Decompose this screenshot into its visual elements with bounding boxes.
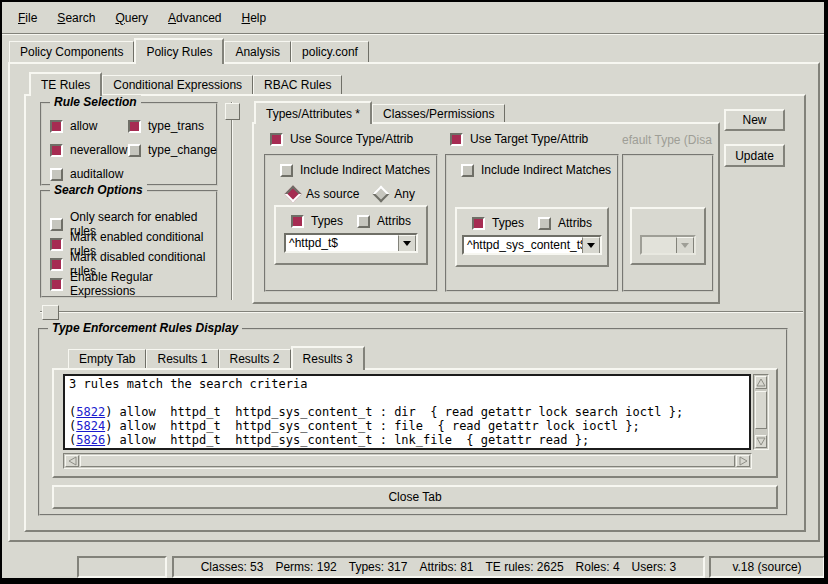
radio-icon — [373, 186, 390, 203]
horizontal-sash-line — [40, 311, 803, 313]
tab-rbac-rules[interactable]: RBAC Rules — [253, 75, 342, 94]
new-button[interactable]: New — [724, 109, 785, 131]
menu-file[interactable]: File — [8, 8, 47, 28]
use-target-checkbox[interactable]: Use Target Type/Attrib — [450, 132, 588, 146]
scroll-down-icon[interactable] — [755, 435, 767, 448]
source-indirect-label: Include Indirect Matches — [300, 163, 430, 177]
search-options-list: Only search for enabled rulesMark enable… — [50, 214, 216, 294]
checkbox-icon — [50, 238, 63, 251]
checkbox-label: type_trans — [148, 119, 204, 133]
source-types-box: Types Attribs ^httpd_t$ — [274, 205, 428, 265]
menu-advanced[interactable]: Advanced — [158, 8, 231, 28]
use-source-checkbox[interactable]: Use Source Type/Attrib — [270, 132, 413, 146]
rule-line: (5826) allow httpd_t httpd_sys_content_t… — [69, 433, 745, 447]
target-types-attribs-row: Types Attribs — [472, 216, 592, 230]
horizontal-scrollbar[interactable] — [63, 453, 752, 469]
tab-results-1[interactable]: Results 1 — [146, 349, 218, 368]
results-tab-bar: Empty TabResults 1Results 2Results 3 — [68, 349, 365, 368]
menu-query[interactable]: Query — [105, 8, 158, 28]
scroll-right-icon[interactable] — [736, 455, 750, 467]
tab-classes-permissions[interactable]: Classes/Permissions — [372, 104, 505, 122]
checkbox-label: type_change — [148, 143, 217, 157]
rule-link-5826[interactable]: 5826 — [76, 433, 105, 447]
source-indirect-checkbox[interactable]: Include Indirect Matches — [280, 163, 430, 177]
checkbox-type-trans[interactable]: type_trans — [128, 119, 217, 133]
scroll-left-icon[interactable] — [65, 455, 79, 467]
source-type-combobox[interactable]: ^httpd_t$ — [284, 233, 418, 253]
tab-results-2[interactable]: Results 2 — [219, 349, 291, 368]
tab-policy-rules[interactable]: Policy Rules — [134, 38, 224, 64]
radio-any[interactable]: Any — [375, 187, 415, 201]
radio-as-source-label: As source — [306, 187, 359, 201]
checkbox-label: neverallow — [70, 143, 127, 157]
checkbox-icon — [128, 144, 141, 157]
update-button[interactable]: Update — [724, 144, 785, 167]
source-radio-group: As source Any — [266, 187, 436, 201]
scroll-up-icon[interactable] — [755, 376, 767, 389]
radio-as-source[interactable]: As source — [287, 187, 359, 201]
search-options-frame: Search Options Only search for enabled r… — [40, 190, 218, 298]
status-box-version: v.18 (source) — [709, 556, 824, 578]
menu-search[interactable]: Search — [47, 8, 105, 28]
chevron-down-icon — [681, 243, 689, 248]
target-types-checkbox[interactable]: Types — [472, 216, 524, 230]
vertical-sash-line — [231, 102, 233, 300]
checkbox-neverallow[interactable]: neverallow — [50, 143, 128, 157]
stat-attribs: Attribs: 81 — [419, 560, 473, 574]
stat-users: Users: 3 — [632, 560, 677, 574]
rules-tab-bar: TE RulesConditional ExpressionsRBAC Rule… — [29, 75, 342, 94]
checkbox-enable-regular-expressions[interactable]: Enable Regular Expressions — [50, 270, 216, 298]
source-types-checkbox[interactable]: Types — [291, 214, 343, 228]
blank-line — [69, 391, 745, 405]
tab-te-rules[interactable]: TE Rules — [29, 72, 102, 96]
tab-policy-conf[interactable]: policy.conf — [291, 41, 369, 62]
target-combo-arrow-button[interactable] — [582, 237, 600, 253]
source-type-value[interactable]: ^httpd_t$ — [286, 235, 398, 251]
horizontal-scroll-thumb[interactable] — [80, 455, 735, 467]
stat-te-rules: TE rules: 2625 — [486, 560, 564, 574]
use-source-label: Use Source Type/Attrib — [290, 132, 413, 146]
rule-link-5824[interactable]: 5824 — [76, 419, 105, 433]
main-tab-bar: Policy ComponentsPolicy RulesAnalysispol… — [9, 41, 369, 62]
tab-policy-components[interactable]: Policy Components — [9, 41, 134, 62]
menu-separator — [2, 33, 824, 35]
default-type-box — [630, 207, 706, 265]
rule-link-5822[interactable]: 5822 — [76, 405, 105, 419]
checkbox-icon — [357, 215, 370, 228]
source-combo-arrow-button[interactable] — [398, 235, 416, 251]
source-attribs-checkbox[interactable]: Attribs — [357, 214, 411, 228]
default-type-label: efault Type (Disa — [622, 133, 715, 147]
vertical-scrollbar[interactable] — [753, 374, 769, 450]
tab-analysis[interactable]: Analysis — [224, 41, 291, 62]
horizontal-sash-grip[interactable] — [42, 305, 59, 320]
mnemonic-letter: H — [241, 11, 250, 25]
checkbox-icon — [450, 133, 463, 146]
target-attribs-label: Attribs — [558, 216, 592, 230]
checkbox-icon — [472, 217, 485, 230]
stat-types: Types: 317 — [349, 560, 408, 574]
stat-classes: Classes: 53 — [201, 560, 264, 574]
results-header: 3 rules match the search criteria — [69, 377, 745, 391]
tab-results-3[interactable]: Results 3 — [291, 346, 365, 370]
tab-conditional-expressions[interactable]: Conditional Expressions — [102, 75, 253, 94]
menu-help[interactable]: Help — [231, 8, 276, 28]
default-type-frame — [622, 154, 714, 292]
target-frame: Include Indirect Matches Types Attribs ^… — [445, 154, 619, 292]
checkbox-allow[interactable]: allow — [50, 119, 128, 133]
tab-empty-tab[interactable]: Empty Tab — [68, 349, 146, 368]
results-text-area[interactable]: 3 rules match the search criteria (5822)… — [63, 374, 751, 450]
checkbox-type-change[interactable]: type_change — [128, 143, 217, 157]
checkbox-auditallow[interactable]: auditallow — [50, 167, 128, 181]
checkbox-icon — [461, 164, 474, 177]
vertical-sash-grip[interactable] — [225, 103, 240, 120]
rule-selection-title: Rule Selection — [50, 95, 141, 109]
checkbox-icon — [50, 258, 63, 271]
checkbox-icon — [280, 164, 293, 177]
close-tab-button[interactable]: Close Tab — [52, 485, 778, 509]
target-type-value[interactable]: ^httpd_sys_content_t$ — [464, 237, 582, 253]
tab-types-attributes[interactable]: Types/Attributes * — [254, 101, 372, 124]
target-type-combobox[interactable]: ^httpd_sys_content_t$ — [462, 235, 602, 255]
vertical-scroll-thumb[interactable] — [755, 391, 767, 429]
target-attribs-checkbox[interactable]: Attribs — [538, 216, 592, 230]
target-indirect-checkbox[interactable]: Include Indirect Matches — [461, 163, 611, 177]
